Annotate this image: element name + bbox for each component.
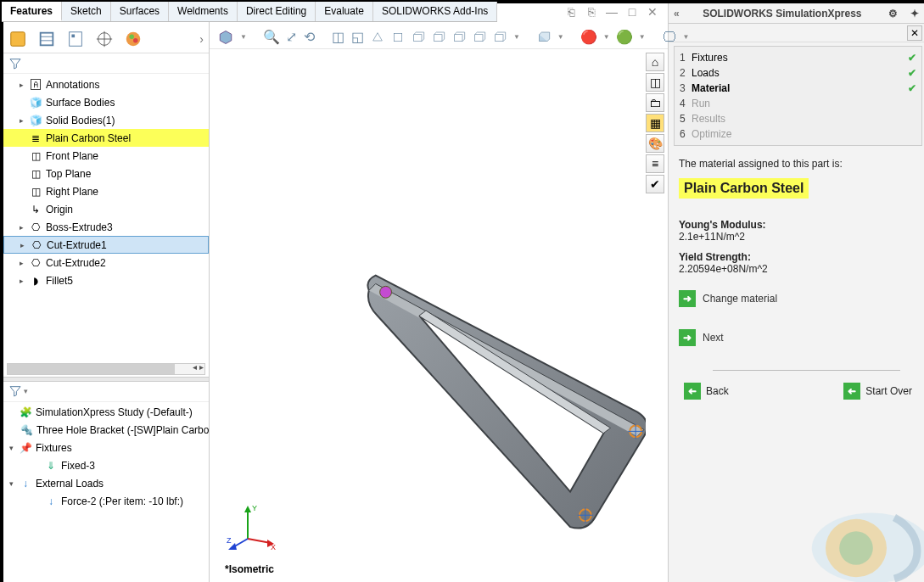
d3-icon[interactable] bbox=[412, 30, 425, 45]
filter-icon[interactable] bbox=[8, 57, 22, 70]
sim-step-material[interactable]: 3Material✔ bbox=[680, 81, 916, 96]
study-load-item[interactable]: ↓Force-2 (:Per item: -10 lbf:) bbox=[3, 493, 209, 511]
sim-step-fixtures[interactable]: 1Fixtures✔ bbox=[680, 50, 916, 65]
start-over-button[interactable]: ➜ Start Over bbox=[843, 383, 912, 400]
sim-step-loads[interactable]: 2Loads✔ bbox=[680, 65, 916, 81]
appearance-ball-icon[interactable]: 🔴 bbox=[581, 30, 596, 45]
svg-text:Z: Z bbox=[227, 536, 232, 545]
study-loads[interactable]: ▾↓External Loads bbox=[3, 475, 209, 493]
panel-more-chevron-icon[interactable]: › bbox=[199, 32, 204, 46]
window-prev-icon[interactable]: ⎗ bbox=[564, 5, 578, 19]
tab-sketch[interactable]: Sketch bbox=[62, 2, 111, 21]
window-next-icon[interactable]: ⎘ bbox=[585, 5, 598, 19]
next-label: Next bbox=[703, 332, 724, 344]
d5-icon[interactable] bbox=[452, 30, 466, 45]
property-manager-icon[interactable] bbox=[37, 30, 56, 48]
rs-cube-icon[interactable]: ◫ bbox=[646, 73, 664, 92]
tree-item-solid-bodies-1-[interactable]: ▸🧊Solid Bodies(1) bbox=[3, 111, 209, 129]
tab-solidworks-add-ins[interactable]: SOLIDWORKS Add-Ins bbox=[373, 2, 497, 21]
render-icon[interactable]: 🖵 bbox=[663, 30, 676, 45]
study-fixture-item-label: Fixed-3 bbox=[61, 460, 95, 472]
youngs-value: 2.1e+11N/m^2 bbox=[679, 231, 917, 243]
forward-arrow-icon: ➜ bbox=[679, 290, 696, 307]
change-material-label: Change material bbox=[703, 293, 777, 305]
tree-item-boss-extrude3[interactable]: ▸⎔Boss-Extrude3 bbox=[3, 218, 209, 236]
svg-text:Y: Y bbox=[252, 504, 257, 512]
zoom-fit-icon[interactable]: 🔍 bbox=[264, 30, 279, 45]
config-manager-icon[interactable] bbox=[66, 30, 85, 48]
sim-step-results: 5Results bbox=[680, 111, 916, 126]
window-min-icon[interactable]: — bbox=[605, 5, 619, 19]
tab-features[interactable]: Features bbox=[2, 2, 62, 21]
feature-tree-icon[interactable] bbox=[8, 30, 27, 48]
rs-grid-icon[interactable]: ▦ bbox=[646, 114, 664, 132]
rs-home-icon[interactable]: ⌂ bbox=[646, 53, 664, 71]
d1-icon[interactable] bbox=[371, 30, 384, 45]
study-fixtures[interactable]: ▾📌Fixtures bbox=[3, 439, 209, 457]
filter-icon[interactable] bbox=[8, 384, 22, 398]
command-manager-tabs: FeaturesSketchSurfacesWeldmentsDirect Ed… bbox=[2, 2, 497, 22]
appearance-icon[interactable] bbox=[124, 30, 143, 48]
study-fixtures-label: Fixtures bbox=[36, 442, 72, 454]
tree-item-annotations[interactable]: ▸🄰Annotations bbox=[3, 76, 209, 93]
tree-item-fillet5[interactable]: ▸◗Fillet5 bbox=[3, 271, 209, 289]
feature-tree: ▸🄰Annotations🧊Surface Bodies▸🧊Solid Bodi… bbox=[3, 74, 209, 361]
tree-item-surface-bodies[interactable]: 🧊Surface Bodies bbox=[3, 93, 209, 111]
prev-view-icon[interactable]: ⟲ bbox=[304, 30, 315, 45]
tree-item-top-plane[interactable]: ◫Top Plane bbox=[3, 165, 209, 182]
tree-item-right-plane[interactable]: ◫Right Plane bbox=[3, 182, 209, 200]
view-triad: Y X Z bbox=[227, 501, 277, 551]
tree-item-front-plane[interactable]: ◫Front Plane bbox=[3, 147, 209, 165]
tree-item-plain-carbon-steel[interactable]: ≣Plain Carbon Steel bbox=[3, 129, 209, 147]
study-root[interactable]: 🧩SimulationXpress Study (-Default-) bbox=[3, 404, 209, 422]
rs-list-icon[interactable]: ≡ bbox=[646, 154, 664, 173]
sim-panel-title: SOLIDWORKS SimulationXpress bbox=[686, 8, 878, 20]
svg-marker-27 bbox=[244, 506, 251, 512]
study-part[interactable]: 🔩Three Hole Bracket (-[SW]Plain Carbo bbox=[3, 422, 209, 439]
study-load-item-label: Force-2 (:Per item: -10 lbf:) bbox=[61, 495, 183, 507]
window-close-icon[interactable]: ✕ bbox=[646, 5, 659, 19]
rs-palette-icon[interactable]: 🎨 bbox=[646, 134, 664, 153]
restart-arrow-icon: ➜ bbox=[843, 383, 860, 400]
back-label: Back bbox=[706, 385, 729, 397]
svg-rect-1 bbox=[41, 32, 53, 45]
rs-check-icon[interactable]: ✔︎ bbox=[646, 175, 664, 193]
window-restore-icon[interactable]: □ bbox=[625, 5, 639, 19]
d6-icon[interactable] bbox=[473, 30, 486, 45]
dimxpert-icon[interactable] bbox=[95, 30, 114, 48]
next-button[interactable]: ➜ Next bbox=[679, 329, 917, 346]
svg-point-11 bbox=[133, 38, 138, 43]
tab-weldments[interactable]: Weldments bbox=[169, 2, 238, 21]
back-button[interactable]: ➜ Back bbox=[684, 383, 729, 400]
study-fixture-item[interactable]: ⇓Fixed-3 bbox=[3, 457, 209, 475]
tab-evaluate[interactable]: Evaluate bbox=[316, 2, 373, 21]
tree-h-scrollbar[interactable]: ◂ ▸ bbox=[7, 363, 205, 375]
forward-arrow-icon: ➜ bbox=[679, 329, 696, 346]
view-orientation-label: *Isometric bbox=[225, 563, 274, 575]
yield-label: Yield Strength: bbox=[679, 251, 917, 263]
graphics-viewport[interactable]: Y X Z *Isometric bbox=[210, 49, 646, 582]
svg-text:X: X bbox=[271, 543, 276, 551]
hide-show-icon[interactable] bbox=[537, 30, 551, 45]
d2-icon[interactable] bbox=[391, 30, 405, 45]
svg-rect-4 bbox=[70, 31, 82, 46]
svg-rect-17 bbox=[496, 34, 503, 41]
section-icon[interactable]: ◫ bbox=[332, 30, 344, 45]
change-material-button[interactable]: ➜ Change material bbox=[679, 290, 917, 307]
sim-collapse-icon[interactable]: « bbox=[674, 8, 680, 20]
scene-ball-icon[interactable]: 🟢 bbox=[617, 30, 632, 45]
tree-item-cut-extrude1[interactable]: ▸⎔Cut-Extrude1 bbox=[3, 236, 209, 254]
tab-direct-editing[interactable]: Direct Editing bbox=[238, 2, 316, 21]
sim-pin-icon[interactable]: ✦ bbox=[907, 8, 922, 20]
tab-surfaces[interactable]: Surfaces bbox=[111, 2, 169, 21]
tree-item-cut-extrude2[interactable]: ▸⎔Cut-Extrude2 bbox=[3, 254, 209, 271]
d7-icon[interactable] bbox=[493, 30, 507, 45]
orient-icon[interactable]: ◱ bbox=[351, 30, 364, 45]
d4-icon[interactable] bbox=[432, 30, 445, 45]
sim-settings-icon[interactable]: ⚙ bbox=[885, 8, 900, 20]
zoom-area-icon[interactable]: ⤢ bbox=[286, 30, 297, 45]
tree-item-origin[interactable]: ↳Origin bbox=[3, 200, 209, 218]
rs-folder-icon[interactable]: 🗀 bbox=[646, 93, 664, 112]
sim-close-icon[interactable]: ✕ bbox=[907, 25, 922, 41]
view-cube-icon[interactable] bbox=[218, 30, 233, 45]
